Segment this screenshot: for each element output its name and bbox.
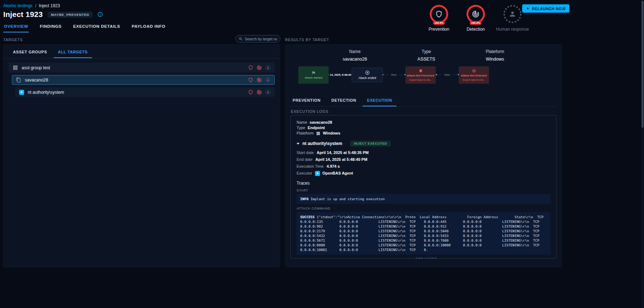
field-start-date: Start date April 14, 2025 at 5:48:35 PM — [297, 150, 550, 155]
windows-icon — [316, 131, 320, 136]
timeline-edge-label: Rem — [442, 74, 453, 76]
trace-section-start: START — [297, 189, 550, 192]
tab-payload-info[interactable]: PAYLOAD INFO — [131, 22, 166, 32]
tab-execution-details[interactable]: EXECUTION DETAILS — [72, 22, 121, 32]
target-rows: asst group test savacano28 — [3, 58, 280, 101]
node-attack-started: Attack started — [298, 66, 329, 84]
execution-logs-box: Name savacano28 Type Endpoint Plateform … — [290, 115, 556, 259]
scrollbar-thumb[interactable] — [641, 1, 644, 128]
breadcrumb-separator: / — [35, 3, 36, 8]
openbas-agent-icon — [315, 171, 320, 176]
results-section-label: RESULTS BY TARGET — [285, 38, 329, 42]
tab-execution[interactable]: EXECUTION — [363, 94, 396, 106]
prevention-score: 100.0% — [433, 21, 445, 25]
person-dashed-icon — [265, 65, 271, 70]
tab-all-targets[interactable]: ALL TARGETS — [54, 46, 92, 58]
app-root: Atomic testings / Inject 1923 Inject 192… — [0, 0, 644, 308]
node-attack-not-detected: Attack Not Detected Expect inject to be.… — [459, 66, 489, 84]
log-type-row: Type Endpoint — [297, 125, 550, 131]
track-changes-icon — [257, 89, 262, 95]
page-title: Inject 1923 — [3, 10, 43, 19]
execution-logs-label: EXECUTION LOGS — [291, 109, 329, 114]
chevron-down-icon — [297, 143, 299, 145]
score-gauges: 100.0% Prevention 100.0% Detection Human… — [425, 4, 526, 32]
agent-expander[interactable]: nt authority\system INJECT EXECUTED — [297, 141, 550, 146]
track-changes-icon — [257, 65, 262, 70]
status-badge: MAYBE_PREVENTED — [48, 12, 93, 18]
prevention-ring: 100.0% — [429, 4, 449, 24]
breadcrumb: Atomic testings / Inject 1923 — [3, 3, 60, 8]
trace-section-attack-command: ATTACK COMMAND — [297, 207, 550, 210]
person-icon — [508, 10, 516, 18]
detection-label: Detection — [467, 27, 485, 32]
gauge-detection: 100.0% Detection — [462, 4, 489, 32]
trace-attack-command-log: SUCCESS {"stdout":"\r\nActive Connection… — [297, 212, 550, 255]
target-row-status-icons — [248, 77, 271, 83]
traces-title: Traces — [297, 181, 550, 186]
track-changes-icon — [257, 77, 262, 83]
human-ring — [503, 4, 522, 24]
meta-name: Name savacano28 — [343, 49, 367, 62]
tab-overview[interactable]: OVERVIEW — [3, 22, 29, 32]
shield-icon — [419, 69, 423, 73]
target-row-agent[interactable]: nt authority\system — [15, 87, 275, 97]
shield-icon — [435, 10, 443, 18]
node-attack-ended: Attack ended — [352, 68, 383, 82]
execution-fields: Start date April 14, 2025 at 5:48:35 PM … — [297, 150, 550, 176]
executor-name: OpenBAS Agent — [322, 171, 353, 176]
node-attack-not-prevented: Attack Not Prevented Expect inject to be… — [405, 66, 436, 84]
target-meta: Name savacano28 Type ASSETS Plateform Wi… — [285, 49, 562, 62]
tab-detection[interactable]: DETECTION — [327, 94, 361, 106]
targets-section-label: TARGETS — [3, 38, 23, 42]
agent-name: nt authority\system — [302, 141, 342, 146]
meta-type: Type ASSETS — [417, 49, 435, 62]
gauge-prevention: 100.0% Prevention — [425, 4, 453, 32]
field-executor: Executor OpenBAS Agent — [297, 171, 550, 176]
search-icon — [239, 37, 243, 41]
result-tabs: PREVENTION DETECTION EXECUTION — [288, 94, 556, 107]
tab-findings[interactable]: FINDINGS — [39, 22, 62, 32]
timeline-dot — [436, 74, 437, 75]
chevron-down-icon — [410, 259, 413, 259]
main-tabs: OVERVIEW FINDINGS EXECUTION DETAILS PAYL… — [3, 22, 166, 32]
asset-group-icon — [13, 65, 18, 70]
trace-start-log: INFO Implant is up and starting executio… — [297, 194, 550, 204]
breadcrumb-current: Inject 1923 — [39, 3, 60, 8]
target-row-label: asst group test — [22, 65, 244, 70]
target-row-endpoint[interactable]: savacano28 — [12, 75, 275, 85]
info-icon[interactable] — [97, 12, 103, 17]
results-panel: Name savacano28 Type ASSETS Plateform Wi… — [285, 44, 562, 268]
target-row-status-icons — [248, 89, 271, 95]
field-end-date: End date April 14, 2025 at 5:48:40 PM — [297, 157, 550, 162]
targets-tabs: ASSET GROUPS ALL TARGETS — [3, 44, 280, 58]
target-circle-icon — [365, 70, 370, 75]
person-dashed-icon — [265, 89, 271, 95]
endpoint-icon — [16, 77, 21, 83]
target-search — [235, 35, 280, 43]
tab-asset-groups[interactable]: ASSET GROUPS — [9, 46, 52, 58]
timeline-edge-label: Rem — [388, 74, 399, 76]
title-row: Inject 1923 MAYBE_PREVENTED — [3, 10, 103, 19]
detection-score: 100.0% — [470, 21, 481, 25]
shield-icon — [248, 77, 253, 83]
log-name-row: Name savacano28 — [297, 120, 550, 125]
kebab-menu-icon[interactable] — [558, 4, 566, 13]
shield-icon — [248, 89, 253, 95]
inject-executed-badge: INJECT EXECUTED — [350, 141, 391, 146]
search-input[interactable] — [245, 37, 277, 41]
play-icon — [526, 6, 530, 10]
attack-timeline: Apr 14, 2025, 5:48:40 PM Rem Rem Attack … — [285, 65, 562, 88]
track-changes-icon — [472, 10, 480, 18]
scrollbar-track — [641, 0, 644, 308]
meta-platform: Plateform Windows — [486, 49, 504, 62]
flag-icon — [311, 71, 316, 75]
human-response-label: Human response — [496, 27, 529, 32]
field-execution-time: Execution Time 4.974 s — [297, 164, 550, 169]
person-dashed-icon — [265, 77, 271, 83]
see-more-link[interactable]: SEE MORE — [297, 257, 550, 259]
detection-ring: 100.0% — [466, 4, 485, 24]
breadcrumb-link-atomic-testings[interactable]: Atomic testings — [3, 3, 32, 8]
target-row-asset-group[interactable]: asst group test — [9, 63, 275, 72]
tab-prevention[interactable]: PREVENTION — [288, 94, 325, 106]
log-platform-row: Plateform Windows — [297, 131, 550, 136]
